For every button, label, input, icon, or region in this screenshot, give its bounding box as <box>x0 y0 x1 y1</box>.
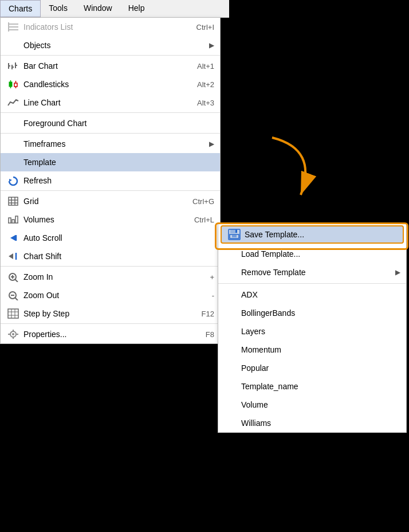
timeframes-arrow: ▶ <box>209 140 214 148</box>
foreground-chart-icon <box>5 117 21 130</box>
menu-item-template[interactable]: Template <box>1 153 220 171</box>
menu-bar-tools[interactable]: Tools <box>41 0 76 17</box>
line-chart-label: Line Chart <box>23 98 180 107</box>
svg-marker-23 <box>10 235 15 241</box>
menu-item-step-by-step[interactable]: Step by Step F12 <box>1 304 220 324</box>
submenu-item-template-name[interactable]: Template_name <box>218 377 406 396</box>
momentum-icon <box>223 343 239 356</box>
svg-rect-3 <box>8 22 9 32</box>
menu-item-timeframes[interactable]: Timeframes ▶ <box>1 135 220 153</box>
foreground-chart-label: Foreground Chart <box>23 119 214 128</box>
submenu-item-load-template[interactable]: Load Template... <box>218 245 406 263</box>
properties-shortcut: F8 <box>206 330 214 339</box>
indicators-list-shortcut: Ctrl+I <box>196 23 214 32</box>
candlestick-icon <box>5 78 21 91</box>
svg-rect-2 <box>8 29 18 30</box>
auto-scroll-label: Auto Scroll <box>23 233 214 242</box>
svg-rect-34 <box>8 309 18 318</box>
submenu-item-momentum[interactable]: Momentum <box>218 341 406 359</box>
template-icon <box>5 156 21 169</box>
menu-item-chart-shift[interactable]: Chart Shift <box>1 247 220 267</box>
objects-arrow: ▶ <box>209 41 214 49</box>
zoom-out-shortcut: - <box>212 291 214 300</box>
popular-icon <box>223 362 239 374</box>
menu-item-objects[interactable]: Objects ▶ <box>1 36 220 56</box>
template-name-label: Template_name <box>241 382 400 391</box>
zoom-in-icon <box>5 271 21 283</box>
menu-bar-window[interactable]: Window <box>76 0 120 17</box>
menu-item-zoom-out[interactable]: Zoom Out - <box>1 286 220 304</box>
adx-icon <box>223 288 239 301</box>
menu-item-zoom-in[interactable]: Zoom In + <box>1 268 220 286</box>
submenu-item-volume[interactable]: Volume <box>218 396 406 414</box>
volume-label: Volume <box>241 400 400 409</box>
layers-label: Layers <box>241 327 400 336</box>
menu-item-grid[interactable]: Grid Ctrl+G <box>1 192 220 210</box>
chart-shift-icon <box>5 250 21 263</box>
menu-bar-charts[interactable]: Charts <box>0 0 41 17</box>
submenu-item-popular[interactable]: Popular <box>218 359 406 377</box>
zoom-out-label: Zoom Out <box>23 291 195 300</box>
grid-shortcut: Ctrl+G <box>192 197 214 206</box>
menu-item-auto-scroll[interactable]: Auto Scroll <box>1 229 220 247</box>
williams-label: Williams <box>241 418 400 428</box>
bar-chart-icon <box>5 60 21 72</box>
template-label: Template <box>23 158 214 167</box>
volumes-shortcut: Ctrl+L <box>194 216 214 224</box>
step-by-step-label: Step by Step <box>23 309 184 318</box>
template-submenu: Save Template... Load Template... Remove… <box>218 224 407 433</box>
step-by-step-shortcut: F12 <box>202 310 214 318</box>
menu-item-properties[interactable]: Properties... F8 <box>1 325 220 343</box>
submenu-item-williams[interactable]: Williams <box>218 414 406 432</box>
svg-line-33 <box>15 298 18 300</box>
bar-chart-shortcut: Alt+1 <box>197 62 214 71</box>
layers-icon <box>223 325 239 338</box>
svg-rect-10 <box>9 82 12 87</box>
bollinger-bands-icon <box>223 307 239 319</box>
menu-item-refresh[interactable]: Refresh <box>1 171 220 191</box>
menu-bar: Charts Tools Window Help <box>0 0 229 18</box>
svg-rect-21 <box>9 197 18 205</box>
properties-icon <box>5 328 21 341</box>
submenu-item-save-template[interactable]: Save Template... <box>221 225 404 244</box>
menu-item-line-chart[interactable]: Line Chart Alt+3 <box>1 93 220 113</box>
zoom-in-shortcut: + <box>210 273 214 281</box>
momentum-label: Momentum <box>241 345 400 354</box>
remove-template-icon <box>223 266 239 279</box>
volume-icon <box>223 398 239 411</box>
menu-item-bar-chart[interactable]: Bar Chart Alt+1 <box>1 57 220 75</box>
menu-item-volumes[interactable]: Volumes Ctrl+L <box>1 210 220 229</box>
svg-rect-0 <box>8 24 18 25</box>
williams-icon <box>223 417 239 429</box>
submenu-item-remove-template[interactable]: Remove Template ▶ <box>218 263 406 284</box>
save-template-label: Save Template... <box>245 230 398 239</box>
submenu-item-adx[interactable]: ADX <box>218 285 406 304</box>
chart-shift-label: Chart Shift <box>23 252 214 261</box>
menu-item-candlesticks[interactable]: Candlesticks Alt+2 <box>1 75 220 93</box>
remove-template-label: Remove Template <box>241 268 395 277</box>
step-icon <box>5 307 21 320</box>
refresh-label: Refresh <box>23 176 214 185</box>
objects-label: Objects <box>23 41 206 50</box>
indicators-icon <box>5 21 21 33</box>
volumes-label: Volumes <box>23 215 177 224</box>
timeframes-icon <box>5 138 21 150</box>
line-chart-shortcut: Alt+3 <box>197 99 214 107</box>
line-chart-icon <box>5 96 21 109</box>
bollinger-bands-label: BollingerBands <box>241 308 400 318</box>
menu-item-indicators-list[interactable]: Indicators List Ctrl+I <box>1 18 220 36</box>
grid-label: Grid <box>23 197 175 206</box>
bar-chart-label: Bar Chart <box>23 61 180 71</box>
svg-marker-16 <box>9 179 12 182</box>
save-template-icon <box>226 228 242 241</box>
charts-dropdown-menu: Indicators List Ctrl+I Objects ▶ Bar Cha… <box>0 17 221 344</box>
menu-bar-help[interactable]: Help <box>120 0 153 17</box>
volumes-icon <box>5 213 21 226</box>
remove-template-arrow: ▶ <box>395 268 400 276</box>
submenu-item-layers[interactable]: Layers <box>218 322 406 341</box>
submenu-item-bollinger-bands[interactable]: BollingerBands <box>218 304 406 322</box>
svg-point-40 <box>12 333 14 335</box>
menu-item-foreground-chart[interactable]: Foreground Chart <box>1 114 220 134</box>
grid-icon <box>5 195 21 208</box>
candlesticks-label: Candlesticks <box>23 80 180 89</box>
